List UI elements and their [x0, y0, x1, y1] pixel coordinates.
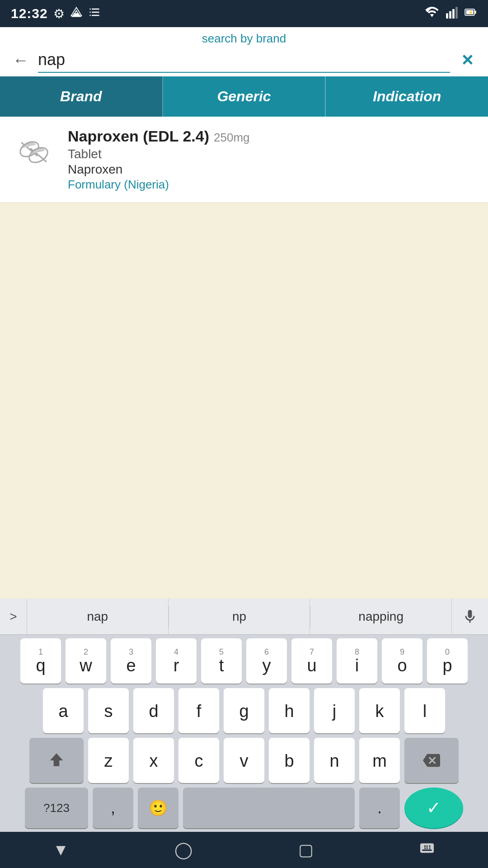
tab-brand[interactable]: Brand	[0, 76, 163, 117]
search-area: search by brand ← ✕	[0, 27, 488, 76]
tab-indication[interactable]: Indication	[326, 76, 488, 117]
suggestion-napping[interactable]: napping	[310, 599, 452, 634]
key-m[interactable]: m	[359, 738, 400, 783]
svg-rect-3	[455, 7, 458, 19]
wifi-icon	[425, 6, 439, 22]
key-row-3: z x c v b n m	[2, 738, 486, 783]
signal-icon	[446, 6, 458, 22]
key-d[interactable]: d	[133, 688, 174, 733]
key-k[interactable]: k	[359, 688, 400, 733]
nav-home-icon[interactable]: ◯	[174, 840, 192, 859]
results-area: Naproxen (EDL 2.4) 250mg Tablet Naproxen…	[0, 117, 488, 203]
key-q[interactable]: 1q	[20, 638, 61, 684]
mic-icon[interactable]	[452, 609, 488, 625]
result-formulary: Formulary (Nigeria)	[68, 178, 474, 192]
search-row: ← ✕	[11, 47, 477, 76]
status-left: 12:32 ⚙	[11, 6, 101, 22]
key-o[interactable]: 9o	[382, 638, 422, 684]
key-l[interactable]: l	[404, 688, 445, 733]
key-x[interactable]: x	[133, 738, 174, 783]
key-j[interactable]: j	[314, 688, 355, 733]
key-b[interactable]: b	[269, 738, 310, 783]
svg-text:⚡: ⚡	[468, 9, 474, 15]
key-row-4: ?123 , 🙂 . ✓	[2, 788, 486, 828]
key-f[interactable]: f	[178, 688, 219, 733]
result-name: Naproxen (EDL 2.4) 250mg	[68, 127, 474, 145]
empty-area	[0, 203, 488, 393]
shift-key[interactable]	[29, 738, 84, 783]
nav-keyboard-icon[interactable]	[419, 840, 435, 860]
key-row-1: 1q 2w 3e 4r 5t 6y 7u 8i 9o 0p	[2, 638, 486, 684]
nav-back-icon[interactable]: ▼	[53, 840, 69, 859]
key-p[interactable]: 0p	[427, 638, 468, 684]
key-e[interactable]: 3e	[111, 638, 151, 684]
emoji-key[interactable]: 🙂	[138, 788, 178, 828]
result-generic: Naproxen	[68, 162, 474, 177]
key-c[interactable]: c	[178, 738, 219, 783]
back-button[interactable]: ←	[11, 49, 31, 71]
suggestion-nap[interactable]: nap	[27, 599, 169, 634]
search-input-wrapper	[38, 47, 450, 73]
key-t[interactable]: 5t	[201, 638, 242, 684]
result-dosage: 250mg	[214, 131, 250, 145]
svg-rect-2	[452, 9, 455, 19]
battery-icon: ⚡	[465, 6, 477, 22]
key-s[interactable]: s	[88, 688, 129, 733]
result-text: Naproxen (EDL 2.4) 250mg Tablet Naproxen…	[68, 127, 474, 192]
tab-generic[interactable]: Generic	[163, 76, 326, 117]
delete-key[interactable]	[404, 738, 459, 783]
pill-icon	[14, 131, 54, 172]
suggestion-np[interactable]: np	[169, 599, 310, 634]
nav-recents-icon[interactable]: ▢	[298, 840, 314, 859]
status-right: ⚡	[425, 6, 477, 22]
key-i[interactable]: 8i	[337, 638, 377, 684]
clear-button[interactable]: ✕	[457, 51, 477, 69]
enter-key[interactable]: ✓	[404, 788, 463, 828]
key-r[interactable]: 4r	[156, 638, 197, 684]
key-y[interactable]: 6y	[246, 638, 287, 684]
key-z[interactable]: z	[88, 738, 129, 783]
key-u[interactable]: 7u	[291, 638, 332, 684]
result-type: Tablet	[68, 147, 474, 161]
suggestions-row: > nap np napping	[0, 599, 488, 635]
key-v[interactable]: v	[224, 738, 264, 783]
nav-bar: ▼ ◯ ▢	[0, 832, 488, 868]
comma-key[interactable]: ,	[93, 788, 133, 828]
drive-icon	[70, 6, 83, 22]
keyboard: > nap np napping 1q 2w 3e 4r 5t 6y 7u 8i…	[0, 599, 488, 832]
key-n[interactable]: n	[314, 738, 355, 783]
svg-rect-1	[449, 11, 451, 18]
svg-rect-0	[446, 13, 448, 19]
status-time: 12:32	[11, 6, 48, 21]
num-key[interactable]: ?123	[25, 788, 88, 828]
status-bar: 12:32 ⚙ ⚡	[0, 0, 488, 27]
key-h[interactable]: h	[269, 688, 310, 733]
key-g[interactable]: g	[224, 688, 264, 733]
search-input[interactable]	[38, 47, 450, 72]
search-label: search by brand	[11, 32, 477, 47]
gear-icon: ⚙	[53, 6, 65, 21]
result-item[interactable]: Naproxen (EDL 2.4) 250mg Tablet Naproxen…	[0, 117, 488, 203]
key-w[interactable]: 2w	[66, 638, 106, 684]
key-rows: 1q 2w 3e 4r 5t 6y 7u 8i 9o 0p a s d f g …	[0, 635, 488, 832]
checklist-icon	[88, 6, 101, 22]
key-a[interactable]: a	[43, 688, 84, 733]
key-row-2: a s d f g h j k l	[2, 688, 486, 733]
svg-rect-5	[474, 10, 476, 14]
space-key[interactable]	[183, 788, 355, 828]
suggestion-expand[interactable]: >	[0, 599, 27, 634]
period-key[interactable]: .	[359, 788, 400, 828]
tabs: Brand Generic Indication	[0, 76, 488, 117]
